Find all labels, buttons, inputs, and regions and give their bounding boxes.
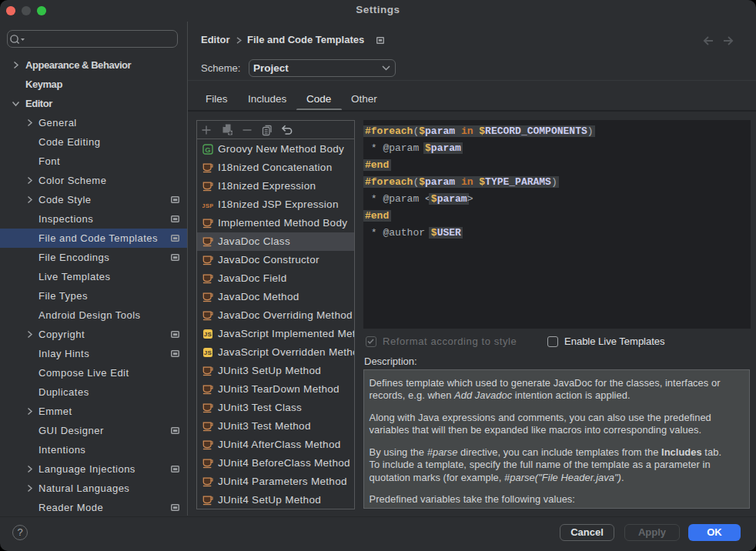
svg-text:JS: JS [204, 349, 212, 356]
svg-text:JS: JS [204, 331, 212, 338]
svg-text:JSP: JSP [202, 202, 213, 209]
svg-text:G: G [205, 145, 211, 154]
